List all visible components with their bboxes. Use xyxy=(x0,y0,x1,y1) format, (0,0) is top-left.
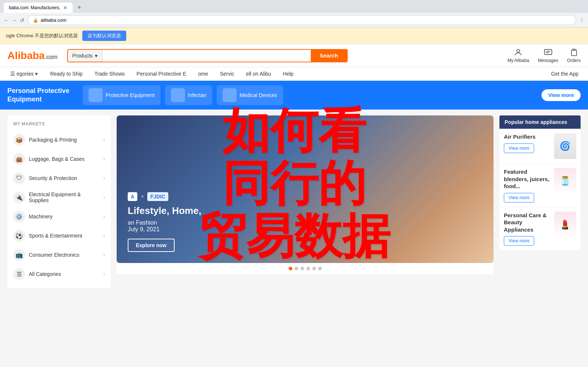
banner-item-medical-label: Medical Devices xyxy=(240,92,277,98)
chevron-right-icon: › xyxy=(103,176,105,181)
browser-chrome: baba.com: Manufacturers, ✕ + xyxy=(0,0,588,13)
carousel-subtext: an Fashion July 9, 2021 xyxy=(128,219,201,233)
nav-get-app[interactable]: Get the App xyxy=(549,67,581,80)
luggage-icon: 👜 xyxy=(13,153,25,165)
back-button[interactable]: ← xyxy=(4,17,9,23)
carousel-dot-2[interactable] xyxy=(295,267,298,270)
chevron-right-icon: › xyxy=(103,252,105,257)
carousel: Α × FJDIC Lifestyle, Home, an Fashion Ju… xyxy=(117,115,494,263)
sidebar-item-all-categories-label: All Categories xyxy=(29,271,61,277)
sidebar-item-packaging-label: Packaging & Printing xyxy=(29,137,77,143)
electronics-icon: 📺 xyxy=(13,249,25,261)
carousel-dot-3[interactable] xyxy=(300,267,304,270)
search-category-dropdown[interactable]: Products ▾ xyxy=(68,50,102,62)
hamburger-icon: ☰ xyxy=(10,71,15,77)
sidebar-item-sports-label: Sports & Entertainment xyxy=(29,233,82,239)
sidebar-item-electronics[interactable]: 📺 Consumer Electronics › xyxy=(7,245,111,264)
banner-item-disinfectant[interactable]: Infectan xyxy=(165,85,212,105)
sidebar-item-luggage-label: Luggage, Bags & Cases xyxy=(29,156,85,162)
carousel-headline: Lifestyle, Home, xyxy=(128,205,201,217)
tab-close-button[interactable]: ✕ xyxy=(63,5,68,11)
product-card-beauty: 💄 Personal Care & Beauty Appliances View… xyxy=(499,207,581,250)
url-display: alibaba.com xyxy=(41,17,66,23)
svg-rect-1 xyxy=(544,49,552,55)
disinfectant-icon xyxy=(171,88,185,102)
search-button[interactable]: Search xyxy=(311,50,347,62)
carousel-logo-a: Α xyxy=(128,192,137,201)
security-icon: 🛡 xyxy=(13,172,25,184)
nav-home[interactable]: ome xyxy=(196,67,210,80)
new-tab-button[interactable]: + xyxy=(74,2,84,13)
sidebar: MY MARKETS 📦 Packaging & Printing › 👜 Lu… xyxy=(7,115,111,288)
messages-icon[interactable]: Messages xyxy=(538,48,558,63)
my-alibaba-label: My Alibaba xyxy=(508,58,529,63)
nav-services[interactable]: Servic xyxy=(218,67,237,80)
tab-bar: baba.com: Manufacturers, ✕ + xyxy=(4,2,584,13)
sidebar-item-luggage[interactable]: 👜 Luggage, Bags & Cases › xyxy=(7,149,111,169)
blender-view-more-button[interactable]: View more xyxy=(504,193,534,202)
refresh-button[interactable]: ↺ xyxy=(20,17,24,23)
nav-help[interactable]: Help xyxy=(281,67,296,80)
banner-items: Protective Equipment Infectan Medical De… xyxy=(83,85,283,105)
carousel-dots xyxy=(117,263,494,274)
nav-categories[interactable]: ☰ egories ▾ xyxy=(7,67,41,80)
air-purifier-image: 🌀 xyxy=(554,133,576,159)
more-options-icon[interactable]: ⋮ xyxy=(579,17,584,23)
banner-item-ppe-label: Protective Equipment xyxy=(106,92,155,98)
site-header: Alibaba.com Products ▾ Search My Alibaba… xyxy=(0,44,588,67)
electrical-icon: 🔌 xyxy=(13,191,25,203)
carousel-dot-1[interactable] xyxy=(289,267,292,270)
carousel-text: Α × FJDIC Lifestyle, Home, an Fashion Ju… xyxy=(128,192,201,252)
notification-bar: ogle Chrome 不是您的默认浏览器 设为默认浏览器 xyxy=(0,28,588,44)
alibaba-logo[interactable]: Alibaba.com xyxy=(7,50,58,62)
address-bar[interactable]: 🔒 alibaba.com xyxy=(27,15,576,25)
sidebar-item-machinery[interactable]: ⚙️ Machinery › xyxy=(7,207,111,226)
sidebar-item-security[interactable]: 🛡 Security & Protection › xyxy=(7,169,111,188)
forward-button[interactable]: → xyxy=(12,17,17,23)
lock-icon: 🔒 xyxy=(33,18,38,23)
nav-ppe[interactable]: Personal Protective E xyxy=(134,67,189,80)
sidebar-item-sports[interactable]: ⚽ Sports & Entertainment › xyxy=(7,226,111,245)
chevron-right-icon: › xyxy=(103,156,105,162)
medical-icon xyxy=(223,88,237,102)
sidebar-item-security-label: Security & Protection xyxy=(29,175,77,181)
banner-item-medical[interactable]: Medical Devices xyxy=(217,85,283,105)
sidebar-item-packaging[interactable]: 📦 Packaging & Printing › xyxy=(7,130,111,149)
carousel-dot-5[interactable] xyxy=(312,267,316,270)
ppe-icon xyxy=(89,88,103,102)
banner-view-more-button[interactable]: View more xyxy=(541,89,581,101)
product-card-air-purifiers: 🌀 Air Purifiers View more xyxy=(499,129,581,164)
nav-bar: ☰ egories ▾ Ready to Ship Trade Shows Pe… xyxy=(0,67,588,81)
carousel-dot-4[interactable] xyxy=(306,267,310,270)
beauty-view-more-button[interactable]: View more xyxy=(504,236,534,246)
carousel-dot-6[interactable] xyxy=(318,267,322,270)
search-input[interactable] xyxy=(102,50,311,62)
my-alibaba-icon[interactable]: My Alibaba xyxy=(508,48,529,63)
carousel-logo-fjdc: FJDIC xyxy=(147,192,168,201)
chevron-right-icon: › xyxy=(103,233,105,238)
search-category-label: Products xyxy=(72,53,93,59)
nav-sell[interactable]: ell on Alibu xyxy=(244,67,274,80)
banner-title: Personal Protective Equipment xyxy=(7,87,74,104)
orders-icon[interactable]: Orders xyxy=(567,48,581,63)
set-default-button[interactable]: 设为默认浏览器 xyxy=(82,31,126,41)
beauty-appliance-image: 💄 xyxy=(554,212,576,238)
carousel-slide: Α × FJDIC Lifestyle, Home, an Fashion Ju… xyxy=(117,115,494,263)
nav-ready-to-ship[interactable]: Ready to Ship xyxy=(48,67,85,80)
active-tab[interactable]: baba.com: Manufacturers, ✕ xyxy=(4,3,73,13)
center-content: Α × FJDIC Lifestyle, Home, an Fashion Ju… xyxy=(117,115,494,288)
banner-item-ppe[interactable]: Protective Equipment xyxy=(83,85,161,105)
carousel-cta-button[interactable]: Explore now xyxy=(128,239,175,252)
air-purifier-view-more-button[interactable]: View more xyxy=(504,143,534,153)
svg-point-0 xyxy=(517,49,520,52)
nav-trade-shows[interactable]: Trade Shows xyxy=(92,67,127,80)
dropdown-chevron-icon: ▾ xyxy=(95,53,97,59)
chevron-right-icon: › xyxy=(103,195,105,200)
sidebar-item-all-categories[interactable]: ☰ All Categories › xyxy=(7,264,111,284)
tab-title: baba.com: Manufacturers, xyxy=(9,5,60,10)
sidebar-item-electrical[interactable]: 🔌 Electrical Equipment & Supplies › xyxy=(7,188,111,207)
machinery-icon: ⚙️ xyxy=(13,211,25,222)
address-bar-row: ← → ↺ 🔒 alibaba.com ⋮ xyxy=(0,13,588,28)
svg-rect-2 xyxy=(573,49,575,51)
sports-icon: ⚽ xyxy=(13,230,25,242)
